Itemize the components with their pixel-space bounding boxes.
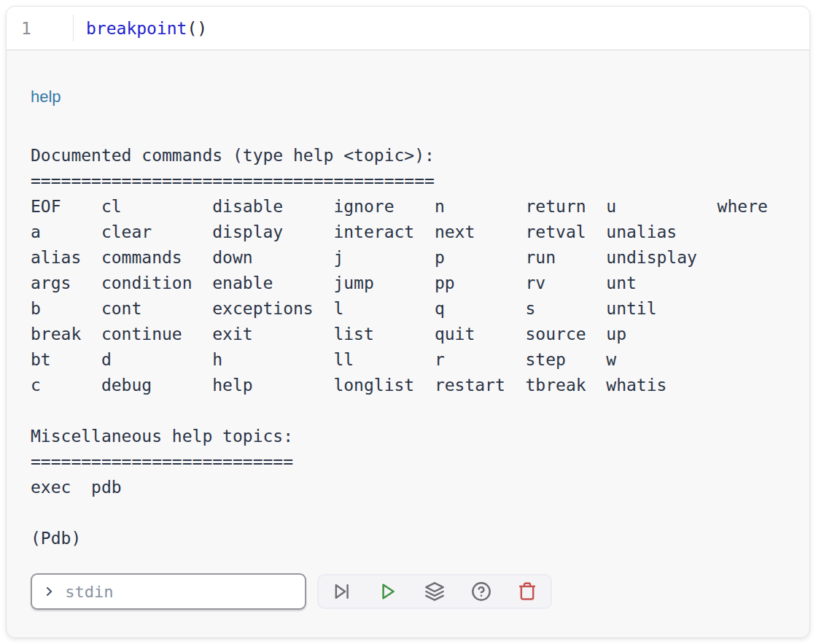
help-circle-icon bbox=[471, 581, 491, 602]
code-editor[interactable]: 1 breakpoint() bbox=[7, 7, 809, 50]
code-token-function: breakpoint bbox=[86, 19, 187, 38]
step-button[interactable] bbox=[319, 575, 365, 608]
layers-icon bbox=[424, 581, 445, 602]
command-echo: help bbox=[31, 87, 788, 107]
stdin-input-box[interactable] bbox=[31, 573, 306, 610]
controls-row bbox=[31, 573, 788, 610]
stdin-input[interactable] bbox=[63, 582, 295, 602]
clear-button[interactable] bbox=[504, 575, 551, 608]
help-button[interactable] bbox=[458, 575, 505, 608]
line-number-gutter: 1 bbox=[7, 15, 74, 42]
trash-icon bbox=[517, 581, 537, 602]
chevron-right-icon bbox=[42, 584, 55, 599]
console-output-panel: help Documented commands (type help <top… bbox=[7, 50, 809, 610]
console-text: Documented commands (type help <topic>):… bbox=[31, 143, 788, 551]
skip-forward-icon bbox=[332, 581, 352, 602]
code-token-parens: () bbox=[187, 19, 207, 38]
code-runner-card: 1 breakpoint() help Documented commands … bbox=[6, 6, 810, 638]
line-number: 1 bbox=[21, 19, 31, 38]
debug-toolbar bbox=[317, 574, 552, 609]
run-button[interactable] bbox=[365, 575, 412, 608]
stack-button[interactable] bbox=[411, 575, 458, 608]
code-line[interactable]: breakpoint() bbox=[74, 7, 809, 50]
play-icon bbox=[378, 581, 398, 602]
